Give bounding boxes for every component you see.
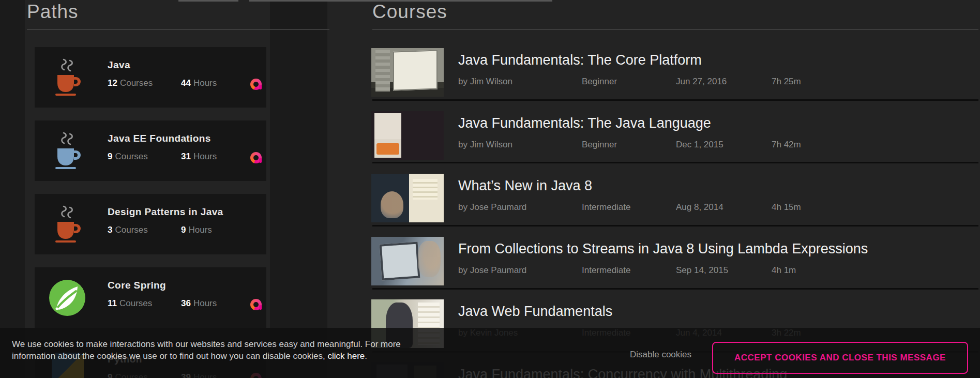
course-level: Intermediate [582, 265, 631, 276]
path-title: Design Patterns in Java [108, 206, 223, 218]
path-hours: 36Hours [181, 298, 217, 309]
course-level: Intermediate [582, 202, 631, 213]
course-row[interactable]: From Collections to Streams in Java 8 Us… [371, 237, 978, 286]
course-count-label: Courses [115, 225, 147, 235]
course-row[interactable]: What’s New in Java 8 by Jose Paumard Int… [371, 174, 978, 223]
course-count-number: 3 [108, 225, 112, 235]
left-margin-strip [0, 0, 25, 378]
course-level: Beginner [582, 77, 617, 87]
course-title: Java Fundamentals: The Core Platform [458, 52, 702, 68]
course-level: Beginner [582, 140, 617, 150]
path-course-count: 12Courses [108, 78, 153, 88]
path-hours: 44Hours [181, 78, 217, 88]
row-divider [372, 288, 978, 290]
course-thumbnail [371, 237, 444, 285]
top-cropped-tab[interactable] [178, 0, 238, 2]
path-hours: 9Hours [181, 225, 212, 235]
course-author: by Jim Wilson [458, 140, 512, 150]
course-date: Dec 1, 2015 [676, 140, 723, 150]
cookie-banner: We use cookies to make interactions with… [0, 328, 980, 378]
path-card[interactable]: Java 12Courses 44Hours [35, 47, 266, 108]
hours-number: 36 [181, 298, 191, 308]
courses-heading: Courses [372, 1, 447, 23]
course-count-label: Courses [120, 78, 153, 88]
path-card[interactable]: Design Patterns in Java 3Courses 9Hours [35, 194, 266, 254]
path-title: Java EE Foundations [108, 133, 211, 144]
disable-cookies-link[interactable]: Disable cookies [630, 350, 691, 360]
course-count-number: 11 [108, 298, 117, 308]
library-page: Paths Java 12Courses 44Hours [0, 0, 980, 378]
course-count-label: Courses [119, 298, 152, 308]
path-hours: 31Hours [181, 152, 217, 162]
course-duration: 7h 25m [772, 77, 801, 87]
spring-leaf-icon [49, 280, 85, 316]
cookie-message: We use cookies to make interactions with… [12, 338, 401, 362]
paths-heading: Paths [27, 1, 79, 23]
hours-label: Hours [188, 225, 212, 235]
path-title: Core Spring [108, 280, 166, 291]
row-divider [372, 162, 978, 163]
path-title: Java [108, 59, 130, 71]
course-date: Sep 14, 2015 [676, 265, 728, 276]
course-author: by Jose Paumard [458, 265, 526, 276]
path-course-count: 11Courses [108, 298, 152, 309]
course-count-label: Courses [115, 152, 147, 161]
path-card[interactable]: Core Spring 11Courses 36Hours [35, 267, 266, 328]
course-duration: 7h 42m [772, 140, 801, 150]
path-course-count: 3Courses [108, 225, 148, 235]
course-row[interactable]: Java Fundamentals: The Core Platform by … [371, 48, 978, 97]
course-count-number: 9 [108, 152, 112, 161]
path-badge-icon [250, 299, 262, 310]
click-here-link[interactable]: click here [327, 351, 365, 361]
row-divider [372, 99, 978, 101]
cookie-message-period: . [365, 351, 367, 361]
course-date: Jun 27, 2016 [676, 77, 727, 87]
hours-number: 31 [181, 152, 191, 161]
path-badge-icon [250, 79, 262, 90]
hours-number: 44 [181, 78, 191, 88]
hours-number: 9 [181, 225, 186, 235]
course-title: Java Web Fundamentals [458, 304, 612, 320]
coffee-cup-icon [52, 204, 83, 245]
course-title: Java Fundamentals: The Java Language [458, 115, 711, 131]
coffee-cup-icon [52, 131, 83, 171]
course-row[interactable]: Java Fundamentals: The Java Language by … [371, 111, 978, 160]
hours-label: Hours [193, 78, 217, 88]
column-gutter [270, 0, 327, 378]
course-duration: 4h 1m [772, 265, 796, 276]
paths-heading-rule [27, 29, 329, 30]
course-title: From Collections to Streams in Java 8 Us… [458, 241, 868, 257]
hours-label: Hours [193, 152, 217, 161]
accept-cookies-button[interactable]: ACCEPT COOKIES AND CLOSE THIS MESSAGE [712, 342, 968, 374]
coffee-cup-icon [52, 57, 83, 98]
cookie-message-line2: information about the cookies we use or … [12, 351, 327, 361]
row-divider [372, 225, 978, 226]
course-title: What’s New in Java 8 [458, 178, 592, 194]
course-thumbnail [371, 48, 444, 97]
path-card[interactable]: Java EE Foundations 9Courses 31Hours [35, 120, 266, 181]
course-date: Aug 8, 2014 [676, 202, 723, 213]
path-course-count: 9Courses [108, 152, 148, 162]
courses-heading-rule [372, 29, 978, 30]
course-author: by Jose Paumard [458, 202, 526, 213]
course-duration: 4h 15m [772, 202, 801, 213]
course-thumbnail [371, 111, 444, 160]
hours-label: Hours [193, 298, 217, 308]
course-count-number: 12 [108, 78, 117, 88]
course-thumbnail [371, 174, 444, 222]
path-badge-icon [250, 152, 262, 163]
course-author: by Jim Wilson [458, 77, 512, 87]
cookie-message-line1: We use cookies to make interactions with… [12, 339, 401, 349]
